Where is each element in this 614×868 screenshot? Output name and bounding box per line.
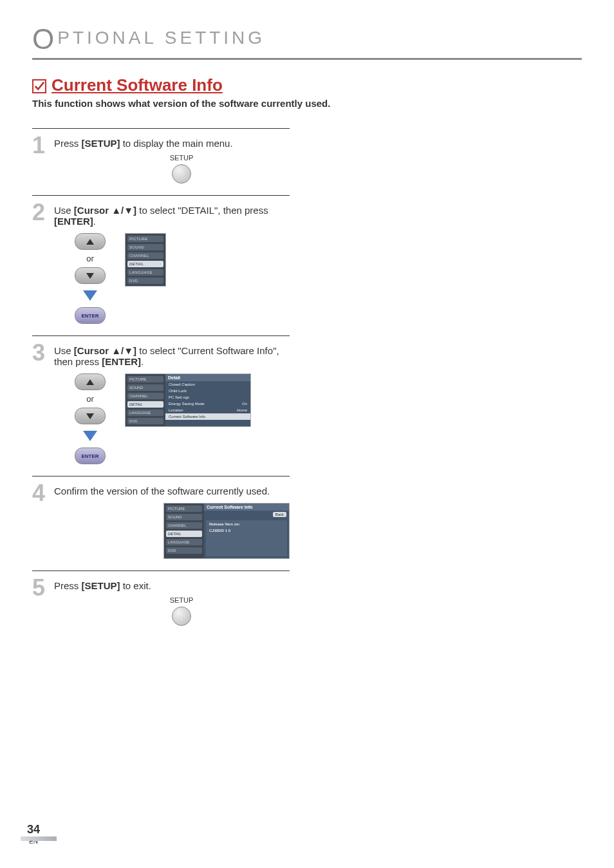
step-number: 1 <box>32 134 50 157</box>
osd-row: Current Software Info <box>165 413 250 420</box>
osd-row: Energy Saving ModeOn <box>165 401 250 407</box>
step-text: Confirm the version of the software curr… <box>54 482 290 559</box>
osd-menu-item: DETAIL <box>127 261 163 267</box>
cursor-up-icon <box>75 373 106 390</box>
step-text: Use [Cursor ▲/▼] to select "Current Soft… <box>54 341 290 464</box>
osd-menu-item: DETAIL <box>166 531 202 537</box>
osd-menu-item: LANGUAGE <box>127 410 163 416</box>
divider <box>32 128 290 129</box>
osd-menu-item: DVD <box>127 418 163 424</box>
osd-menu-item: CHANNEL <box>127 393 163 399</box>
osd-row: Closed Caption <box>165 381 250 388</box>
chapter-heading: OPTIONAL SETTING <box>32 23 582 60</box>
osd-menu-item: DVD <box>127 278 163 284</box>
drop-cap: O <box>32 23 57 55</box>
arrow-down-icon <box>83 290 97 301</box>
step-number: 4 <box>32 482 50 505</box>
checkbox-icon <box>32 79 46 93</box>
enter-button-icon: ENTER <box>75 448 106 464</box>
setup-button-label: SETUP <box>170 596 194 604</box>
or-label: or <box>86 254 94 263</box>
osd-detail-mock: PICTURESOUNDCHANNELDETAILLANGUAGEDVD Det… <box>125 373 251 427</box>
step-5: 5 Press [SETUP] to exit. SETUP <box>32 576 290 626</box>
osd-menu-item: DETAIL <box>127 401 163 408</box>
step-4: 4 Confirm the version of the software cu… <box>32 482 290 559</box>
enter-button-icon: ENTER <box>75 307 106 324</box>
divider <box>32 476 290 476</box>
divider <box>32 571 290 571</box>
osd-menu-item: PICTURE <box>127 376 163 382</box>
sw-version-label: Release Vers on: <box>209 522 284 526</box>
back-button: Back <box>273 512 286 517</box>
setup-button-icon <box>172 607 191 626</box>
osd-menu-item: CHANNEL <box>127 252 163 259</box>
osd-menu-item: DVD <box>166 547 202 554</box>
cursor-up-icon <box>75 233 106 250</box>
osd-menu-item: PICTURE <box>166 505 202 512</box>
setup-button-label: SETUP <box>170 154 194 162</box>
arrow-down-icon <box>83 431 97 441</box>
osd-menu-item: SOUND <box>166 514 202 520</box>
step-number: 5 <box>32 576 50 599</box>
sw-version-value: CJ32DD 1 0 <box>209 529 284 533</box>
setup-button-icon <box>172 164 191 184</box>
osd-menu-item: LANGUAGE <box>166 539 202 545</box>
osd-swinfo-mock: PICTURESOUNDCHANNELDETAILLANGUAGEDVD Cur… <box>163 503 290 559</box>
step-number: 2 <box>32 201 50 224</box>
section-title: Current Software Info <box>51 75 223 95</box>
step-text: Press [SETUP] to exit. SETUP <box>54 576 290 626</box>
section-subtitle: This function shows what version of the … <box>32 98 582 109</box>
step-text: Press [SETUP] to display the main menu. … <box>54 134 290 184</box>
step-1: 1 Press [SETUP] to display the main menu… <box>32 134 290 184</box>
or-label: or <box>86 394 94 404</box>
cursor-down-icon <box>75 267 106 284</box>
step-text: Use [Cursor ▲/▼] to select "DETAIL", the… <box>54 201 290 324</box>
osd-row: LocationHome <box>165 407 250 413</box>
osd-row: PC Sett ngs <box>165 394 250 401</box>
osd-menu-item: CHANNEL <box>166 522 202 529</box>
osd-row: Child Lock <box>165 388 250 394</box>
chapter-title-text: PTIONAL SETTING <box>57 28 265 48</box>
osd-menu-item: PICTURE <box>127 236 163 242</box>
step-2: 2 Use [Cursor ▲/▼] to select "DETAIL", t… <box>32 201 290 324</box>
cursor-down-icon <box>75 408 106 424</box>
divider <box>32 195 290 196</box>
osd-panel-title: Current Software Info <box>204 504 289 511</box>
osd-menu-item: SOUND <box>127 244 163 250</box>
osd-panel-title: Detail <box>165 374 250 381</box>
divider <box>32 335 290 336</box>
page-number: 34 EN <box>27 823 40 845</box>
osd-menu-item: SOUND <box>127 384 163 391</box>
step-number: 3 <box>32 341 50 364</box>
osd-menu-item: LANGUAGE <box>127 269 163 276</box>
step-3: 3 Use [Cursor ▲/▼] to select "Current So… <box>32 341 290 464</box>
osd-menu-mock: PICTURESOUNDCHANNELDETAILLANGUAGEDVD <box>125 233 166 287</box>
